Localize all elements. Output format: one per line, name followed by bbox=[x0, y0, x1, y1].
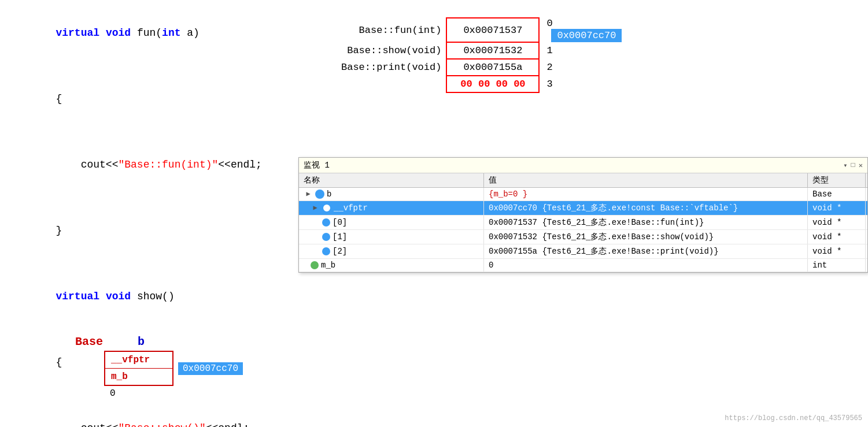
var-icon-idx2 bbox=[322, 247, 330, 255]
watch-row-b: ▶ b {m_b=0 } Base bbox=[299, 188, 867, 201]
vtable-index-3: 3 bbox=[539, 76, 622, 92]
vtable-index-0: 0 0x0007cc70 bbox=[539, 18, 622, 42]
watch-cell-value-idx1: 0x00071532 {Test6_21_多态.exe!Base::show(v… bbox=[484, 230, 808, 244]
watch-var-name-b: b bbox=[327, 190, 331, 199]
code-line-3: cout<<"Base::fun(int)"<<endl; bbox=[6, 132, 295, 198]
watch-cell-name-b: ▶ b bbox=[299, 188, 484, 200]
label-b: b bbox=[138, 335, 145, 348]
code-line-5: virtual void show() bbox=[6, 263, 295, 329]
base-b-diagram: Base b __vfptr m_b 0x0007cc70 0 bbox=[75, 335, 243, 399]
expand-icon-vfptr[interactable]: ▶ bbox=[311, 203, 320, 213]
watch-panel: 监视 1 ▾ □ ✕ 名称 值 类型 ▶ b {m_b=0 } Base ▶ _… bbox=[298, 157, 868, 273]
var-icon-idx0 bbox=[322, 218, 330, 227]
watch-title-icons: ▾ □ ✕ bbox=[843, 161, 863, 170]
watch-cell-name-vfptr: ▶ __vfptr bbox=[299, 201, 484, 215]
watch-title: 监视 1 bbox=[304, 160, 330, 170]
watch-cell-value-idx2: 0x0007155a {Test6_21_多态.exe!Base::print(… bbox=[484, 244, 808, 258]
watch-row-mb: m_b 0 int bbox=[299, 259, 867, 272]
vtable-cell-0: 0x00071537 bbox=[446, 18, 539, 42]
restore-icon[interactable]: □ bbox=[851, 161, 855, 170]
watch-var-name-idx2: [2] bbox=[333, 247, 347, 256]
vtable-cell-3: 00 00 00 00 bbox=[446, 76, 539, 92]
watch-cell-type-idx1: void * bbox=[808, 230, 866, 244]
base-b-row-vfptr: __vfptr bbox=[105, 352, 172, 369]
vtable-index-1: 1 bbox=[539, 42, 622, 59]
vtable-diagram: Base::fun(int) 0x00071537 0 0x0007cc70 B… bbox=[341, 17, 619, 93]
vtable-row-0: Base::fun(int) 0x00071537 0 0x0007cc70 bbox=[341, 18, 622, 42]
vtable-row-1: Base::show(void) 0x00071532 1 bbox=[341, 42, 622, 59]
code-line-1: virtual void fun(int a) bbox=[6, 0, 295, 66]
watch-cell-value-vfptr: 0x0007cc70 {Test6_21_多态.exe!const Base::… bbox=[484, 201, 808, 215]
watch-cell-type-mb: int bbox=[808, 259, 866, 272]
vtable-row-2: Base::print(void) 0x0007155a 2 bbox=[341, 59, 622, 76]
close-icon[interactable]: ✕ bbox=[859, 161, 863, 170]
code-line-7: cout<<"Base::show()"<<endl; bbox=[6, 395, 295, 427]
code-line-2: { bbox=[6, 66, 295, 132]
vtable-cell-1: 0x00071532 bbox=[446, 42, 539, 59]
watch-var-name-idx0: [0] bbox=[333, 218, 347, 227]
watch-cell-value-idx0: 0x00071537 {Test6_21_多态.exe!Base::fun(in… bbox=[484, 216, 808, 229]
vtable-label-0: Base::fun(int) bbox=[341, 18, 446, 42]
vtable-index-2: 2 bbox=[539, 59, 622, 76]
base-b-box: __vfptr m_b bbox=[104, 351, 173, 386]
vtable-label-1: Base::show(void) bbox=[341, 42, 446, 59]
vtable-label-2: Base::print(void) bbox=[341, 59, 446, 76]
var-icon-vfptr bbox=[322, 203, 331, 213]
mb-value-label: 0 bbox=[110, 388, 243, 399]
watch-header: 名称 值 类型 bbox=[299, 173, 867, 188]
var-icon-idx1 bbox=[322, 233, 330, 241]
var-icon-b bbox=[315, 190, 324, 199]
pin-icon[interactable]: ▾ bbox=[843, 161, 847, 170]
vtable-row-3: 00 00 00 00 3 bbox=[341, 76, 622, 92]
watch-col-name: 名称 bbox=[299, 173, 484, 187]
watch-col-value: 值 bbox=[484, 173, 808, 187]
watch-cell-type-idx2: void * bbox=[808, 244, 866, 258]
vtable-highlight-addr: 0x0007cc70 bbox=[551, 29, 622, 42]
watch-cell-type-idx0: void * bbox=[808, 216, 866, 229]
vtable-table: Base::fun(int) 0x00071537 0 0x0007cc70 B… bbox=[341, 17, 622, 93]
watch-cell-name-mb: m_b bbox=[299, 259, 484, 272]
watch-title-bar: 监视 1 ▾ □ ✕ bbox=[299, 158, 867, 173]
watch-var-name-idx1: [1] bbox=[333, 232, 347, 242]
base-b-labels: Base b bbox=[75, 335, 243, 348]
watch-cell-value-mb: 0 bbox=[484, 259, 808, 272]
watch-cell-name-idx1: [1] bbox=[299, 230, 484, 244]
vtable-cell-2: 0x0007155a bbox=[446, 59, 539, 76]
expand-icon-b[interactable]: ▶ bbox=[304, 190, 313, 199]
watch-col-type: 类型 bbox=[808, 173, 866, 187]
watch-var-name-mb: m_b bbox=[321, 261, 335, 270]
watch-cell-type-vfptr: void * bbox=[808, 201, 866, 215]
watch-var-name-vfptr: __vfptr bbox=[334, 203, 368, 213]
label-base: Base bbox=[75, 335, 103, 348]
watch-row-idx1: [1] 0x00071532 {Test6_21_多态.exe!Base::sh… bbox=[299, 230, 867, 244]
watch-cell-value-b: {m_b=0 } bbox=[484, 188, 808, 200]
watch-cell-name-idx0: [0] bbox=[299, 216, 484, 229]
var-icon-mb bbox=[311, 261, 319, 269]
vfptr-addr-label: 0x0007cc70 bbox=[178, 362, 243, 375]
watch-row-idx0: [0] 0x00071537 {Test6_21_多态.exe!Base::fu… bbox=[299, 216, 867, 230]
code-line-4: } bbox=[6, 198, 295, 263]
vtable-label-3 bbox=[341, 76, 446, 92]
watch-cell-name-idx2: [2] bbox=[299, 244, 484, 258]
watch-row-vfptr: ▶ __vfptr 0x0007cc70 {Test6_21_多态.exe!co… bbox=[299, 201, 867, 216]
watermark: https://blog.csdn.net/qq_43579565 bbox=[725, 414, 862, 422]
watch-cell-type-b: Base bbox=[808, 188, 866, 200]
watch-row-idx2: [2] 0x0007155a {Test6_21_多态.exe!Base::pr… bbox=[299, 244, 867, 259]
base-b-row-mb: m_b bbox=[105, 369, 172, 385]
